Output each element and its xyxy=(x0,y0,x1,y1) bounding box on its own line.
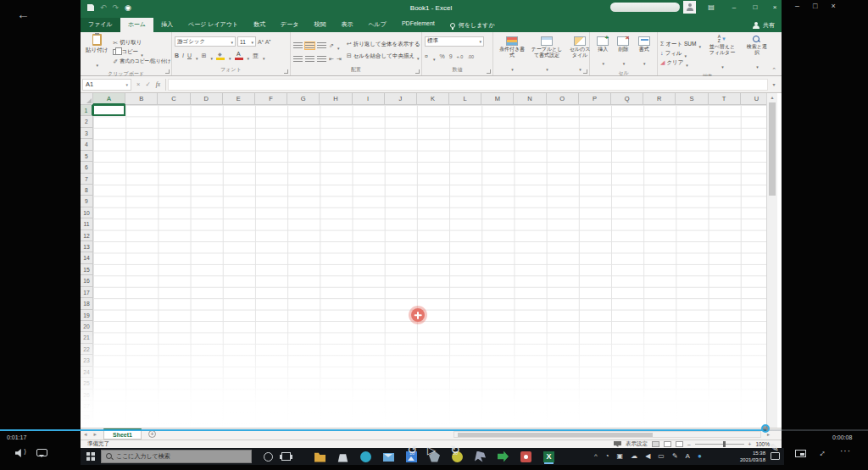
row-header[interactable]: 7 xyxy=(81,174,93,185)
page-layout-view-icon[interactable] xyxy=(664,441,671,447)
fill-color-icon[interactable] xyxy=(216,53,225,60)
ribbon-tab[interactable]: データ xyxy=(273,18,306,32)
row-header[interactable]: 1 xyxy=(81,105,93,116)
bold-button[interactable]: B xyxy=(175,53,179,59)
horizontal-scroll-thumb[interactable] xyxy=(458,433,653,437)
align-right-icon[interactable] xyxy=(317,56,326,63)
row-header[interactable]: 21 xyxy=(81,332,93,343)
start-button[interactable] xyxy=(81,448,101,465)
column-header[interactable]: S xyxy=(676,93,708,105)
row-header[interactable]: 15 xyxy=(81,264,93,275)
dialog-launcher-icon[interactable] xyxy=(487,69,491,74)
row-header[interactable]: 16 xyxy=(81,275,93,286)
ribbon-tab[interactable]: ヘルプ xyxy=(360,18,394,32)
zoom-level[interactable]: 100% xyxy=(755,441,770,447)
find-select-button[interactable]: 検索と選択 xyxy=(743,35,771,73)
scroll-up-icon[interactable]: ▴ xyxy=(767,93,777,102)
ribbon-tab[interactable]: 校閲 xyxy=(306,18,333,32)
row-header[interactable]: 28 xyxy=(81,412,93,423)
align-left-icon[interactable] xyxy=(293,56,303,63)
row-header[interactable]: 18 xyxy=(81,298,93,309)
row-header[interactable]: 19 xyxy=(81,310,93,321)
row-header[interactable]: 9 xyxy=(81,196,93,207)
excel-minimize-button[interactable]: – xyxy=(725,0,743,15)
column-header[interactable]: G xyxy=(287,93,320,105)
cortana-icon[interactable] xyxy=(264,452,273,462)
miniplayer-icon[interactable] xyxy=(795,450,806,457)
back-button[interactable]: ← xyxy=(17,7,30,21)
cancel-entry-icon[interactable]: × xyxy=(136,80,140,88)
ribbon-tab[interactable]: 数式 xyxy=(246,18,273,32)
prev-sheet-icon[interactable]: ◂ xyxy=(81,431,91,438)
column-header[interactable]: R xyxy=(643,93,676,105)
italic-button[interactable]: I xyxy=(182,53,184,59)
shrink-font-icon[interactable]: A▾ xyxy=(265,37,271,46)
draw-pencil-icon[interactable]: ✎ xyxy=(770,441,779,454)
dialog-launcher-icon[interactable] xyxy=(284,69,288,74)
player-maximize-button[interactable]: □ xyxy=(813,2,817,10)
capture-tray-icon[interactable]: ▣ xyxy=(617,448,624,465)
column-header[interactable]: M xyxy=(481,93,514,105)
column-header[interactable]: T xyxy=(709,93,741,105)
insert-cells-button[interactable]: 挿入 xyxy=(595,36,610,69)
comma-format-icon[interactable]: 9 xyxy=(449,53,453,60)
row-header[interactable]: 22 xyxy=(81,344,93,355)
row-header[interactable]: 25 xyxy=(81,378,93,389)
row-header[interactable]: 26 xyxy=(81,390,93,401)
expand-formula-bar-icon[interactable]: ▾ xyxy=(768,81,780,87)
ribbon-tab[interactable]: ページ レイアウト xyxy=(181,18,246,32)
column-header[interactable]: C xyxy=(158,93,190,105)
ime-mode-indicator[interactable]: A xyxy=(686,448,690,465)
wrap-text-button[interactable]: ↩折り返して全体を表示する xyxy=(347,40,420,49)
zoom-slider[interactable] xyxy=(695,444,744,445)
dialog-launcher-icon[interactable] xyxy=(165,69,170,74)
row-header[interactable]: 27 xyxy=(81,401,93,412)
taskbar-search[interactable]: ここに入力して検索 xyxy=(101,450,252,463)
row-header[interactable]: 2 xyxy=(81,116,93,127)
more-options-button[interactable]: ··· xyxy=(840,446,851,456)
column-header[interactable]: F xyxy=(255,93,287,105)
column-header[interactable]: P xyxy=(579,93,611,105)
row-header[interactable]: 14 xyxy=(81,252,93,263)
insert-function-icon[interactable]: fx xyxy=(156,80,160,88)
row-header[interactable]: 12 xyxy=(81,230,93,241)
name-box[interactable]: A1 ▾ xyxy=(82,79,131,91)
excel-taskbar-icon[interactable] xyxy=(543,451,554,462)
collapse-ribbon-icon[interactable]: ⌃ xyxy=(771,67,776,74)
format-as-table-button[interactable]: テーブルとして書式設定 xyxy=(528,36,565,75)
ribbon-tab[interactable]: 挿入 xyxy=(153,18,181,32)
increase-indent-icon[interactable]: ⇥ xyxy=(337,56,342,63)
number-format-select[interactable]: 標準 xyxy=(425,36,484,47)
screen-recorder-icon[interactable] xyxy=(520,451,531,462)
row-header[interactable]: 13 xyxy=(81,241,93,252)
cells-area[interactable] xyxy=(93,105,766,428)
align-bottom-icon[interactable] xyxy=(317,42,326,49)
column-header[interactable]: A xyxy=(93,93,125,105)
pen-tray-icon[interactable]: ✎ xyxy=(672,448,678,465)
video-progress-handle[interactable] xyxy=(761,424,770,433)
display-tray-icon[interactable]: ▭ xyxy=(658,448,665,465)
horizontal-scrollbar[interactable] xyxy=(453,431,761,438)
taskbar-clock[interactable]: 15:38 2021/03/18 xyxy=(735,450,765,463)
conditional-formatting-button[interactable]: 条件付き書式 xyxy=(496,36,528,75)
underline-button[interactable]: U xyxy=(187,53,192,59)
column-header[interactable]: O xyxy=(547,93,579,105)
task-view-icon[interactable] xyxy=(281,452,291,461)
align-top-icon[interactable] xyxy=(293,42,303,49)
normal-view-icon[interactable] xyxy=(652,441,659,447)
onedrive-icon[interactable]: ☁ xyxy=(631,448,637,465)
vertical-scroll-thumb[interactable] xyxy=(769,102,776,196)
tell-me-box[interactable]: 何をしますか xyxy=(442,18,503,32)
store-icon[interactable] xyxy=(337,451,348,462)
vertical-scrollbar[interactable]: ▴ xyxy=(766,93,777,428)
format-painter-button[interactable]: ✐書式のコピー/貼り付け xyxy=(113,57,170,66)
ribbon-tab[interactable]: ファイル xyxy=(81,18,120,32)
delete-cells-button[interactable]: 削除 xyxy=(615,36,631,69)
pinned-app-icon[interactable] xyxy=(475,451,486,462)
column-header[interactable]: U xyxy=(741,93,766,105)
decrease-indent-icon[interactable]: ⇤ xyxy=(329,56,334,63)
row-header[interactable]: 24 xyxy=(81,367,93,378)
dialog-launcher-icon[interactable] xyxy=(583,69,587,74)
ribbon-tab[interactable]: PDFelement xyxy=(394,18,442,32)
font-name-select[interactable]: 游ゴシック xyxy=(175,36,236,47)
